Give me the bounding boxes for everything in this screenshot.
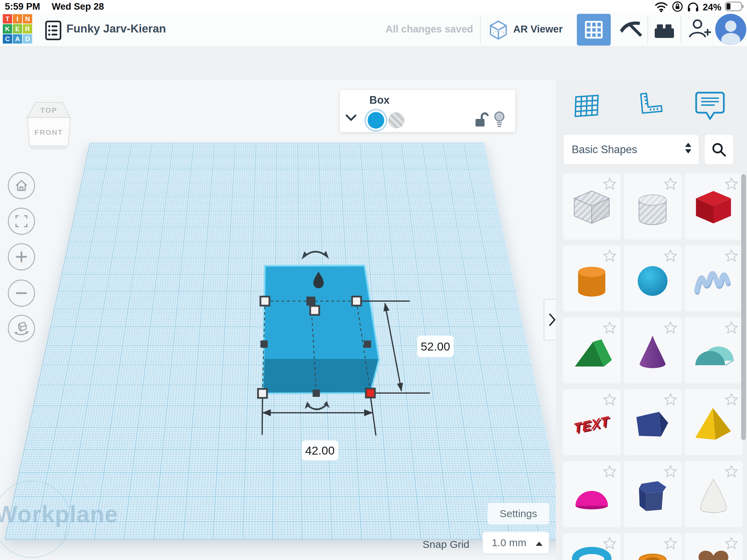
battery-percent: 24%	[703, 2, 721, 13]
view-cube-front: FRONT	[35, 128, 63, 136]
header-divider	[647, 16, 648, 44]
logo-tile: D	[23, 34, 32, 44]
headphones-icon	[687, 1, 699, 14]
shape-tile-roof[interactable]	[563, 317, 621, 383]
logo-tile: C	[3, 34, 12, 44]
favorite-star-icon[interactable]	[603, 249, 617, 263]
main-area: Workplane	[0, 80, 747, 560]
ar-viewer-label[interactable]: AR Viewer	[513, 24, 563, 35]
snap-grid-select[interactable]: 1.0 mm	[482, 532, 549, 554]
snap-grid-value: 1.0 mm	[492, 537, 526, 549]
favorite-star-icon[interactable]	[603, 177, 617, 191]
logo-tile: I	[13, 14, 22, 24]
light-bulb-icon[interactable]	[491, 110, 507, 130]
shape-tile-cylinder-hole[interactable]	[624, 174, 682, 240]
3d-viewport[interactable]: Workplane	[0, 80, 556, 560]
shape-tile-tube[interactable]	[624, 533, 682, 560]
search-icon	[710, 141, 728, 158]
shapes-sidebar: Basic Shapes TEXTTEXT	[556, 80, 747, 560]
shape-tile-torus[interactable]	[563, 533, 621, 560]
shape-tile-half-sphere[interactable]	[563, 461, 621, 527]
wifi-icon	[654, 1, 668, 14]
status-date: Wed Sep 28	[52, 1, 104, 12]
shape-category-select[interactable]: Basic Shapes	[563, 134, 699, 165]
status-time-date: 5:59 PM Wed Sep 28	[5, 1, 104, 12]
toolbar: Import Export Send To	[0, 47, 747, 80]
status-bar: 5:59 PM Wed Sep 28 24%	[0, 0, 747, 13]
lego-brick-icon[interactable]	[653, 19, 676, 41]
fit-view-button[interactable]	[7, 207, 36, 235]
chevron-down-icon[interactable]	[345, 113, 357, 124]
ruler-icon[interactable]	[633, 91, 664, 124]
shape-tile-polygon[interactable]	[624, 461, 682, 527]
favorite-star-icon[interactable]	[664, 249, 677, 263]
favorite-star-icon[interactable]	[664, 177, 677, 191]
view-cube[interactable]: TOP FRONT	[19, 95, 71, 153]
select-arrows-icon	[685, 143, 691, 153]
favorite-star-icon[interactable]	[603, 321, 617, 335]
search-button[interactable]	[704, 134, 734, 165]
chevron-up-icon	[536, 542, 543, 546]
settings-button[interactable]: Settings	[488, 503, 549, 524]
workplane-icon[interactable]	[572, 91, 603, 123]
logo-tile: N	[23, 14, 32, 24]
hole-swatch[interactable]	[388, 112, 404, 128]
shape-tile-pyramid[interactable]	[685, 389, 743, 455]
header-divider	[681, 16, 681, 44]
autosave-status: All changes saved	[386, 24, 473, 35]
favorite-star-icon[interactable]	[603, 393, 617, 407]
avatar[interactable]	[714, 13, 747, 47]
document-title[interactable]: Funky Jarv-Kieran	[66, 22, 166, 35]
home-view-button[interactable]	[7, 171, 36, 200]
workplane-watermark: Workplane	[0, 501, 118, 528]
favorite-star-icon[interactable]	[725, 393, 738, 407]
sidebar-scrollbar[interactable]	[741, 174, 746, 440]
zoom-out-button[interactable]	[7, 279, 36, 307]
orientation-lock-icon	[672, 1, 683, 14]
favorite-star-icon[interactable]	[725, 321, 738, 335]
shape-tile-wedge[interactable]	[624, 389, 682, 455]
logo-tile: T	[3, 14, 12, 24]
logo-tile: E	[13, 24, 22, 34]
status-time: 5:59 PM	[5, 1, 40, 12]
ar-cube-icon[interactable]	[487, 19, 510, 43]
shape-tile-paraboloid[interactable]	[685, 461, 743, 527]
favorite-star-icon[interactable]	[725, 249, 738, 263]
notes-icon[interactable]	[694, 90, 726, 124]
view-cube-top: TOP	[40, 106, 57, 114]
favorite-star-icon[interactable]	[725, 536, 738, 550]
favorite-star-icon[interactable]	[664, 536, 677, 550]
workplane-grid[interactable]	[4, 143, 556, 540]
logo-tile: R	[23, 24, 32, 34]
shape-tile-box[interactable]	[685, 174, 743, 240]
favorite-star-icon[interactable]	[664, 393, 677, 407]
zoom-in-button[interactable]	[7, 243, 36, 271]
shape-tile-box-hole[interactable]	[563, 174, 621, 240]
favorite-star-icon[interactable]	[725, 177, 738, 191]
favorite-star-icon[interactable]	[664, 321, 677, 335]
tinkercad-logo[interactable]: TINKERCAD	[3, 14, 33, 44]
minecraft-pickaxe-icon[interactable]	[618, 18, 643, 44]
shape-panel-title: Box	[369, 94, 390, 106]
block-grid-button[interactable]	[577, 14, 611, 46]
shape-tile-scribble[interactable]	[685, 245, 743, 311]
header-divider	[480, 16, 481, 44]
solid-color-swatch[interactable]	[366, 110, 386, 130]
shape-tile-round-roof[interactable]	[685, 317, 743, 383]
favorite-star-icon[interactable]	[664, 465, 677, 478]
favorite-star-icon[interactable]	[603, 536, 617, 550]
shape-grid: TEXTTEXT	[563, 174, 743, 560]
shape-tile-heart[interactable]	[685, 533, 743, 560]
favorite-star-icon[interactable]	[725, 465, 738, 478]
favorite-star-icon[interactable]	[603, 465, 617, 478]
unlock-icon[interactable]	[473, 111, 489, 130]
design-list-icon[interactable]	[44, 20, 63, 42]
add-person-icon[interactable]	[687, 17, 712, 44]
snap-grid-label: Snap Grid	[423, 539, 469, 550]
shape-tile-sphere[interactable]	[624, 245, 682, 311]
shape-properties-panel: Box	[340, 90, 515, 132]
shape-tile-text[interactable]: TEXTTEXT	[563, 389, 621, 455]
shape-tile-cone[interactable]	[624, 317, 682, 383]
perspective-toggle-button[interactable]	[7, 314, 36, 343]
shape-tile-cylinder[interactable]	[563, 245, 621, 311]
